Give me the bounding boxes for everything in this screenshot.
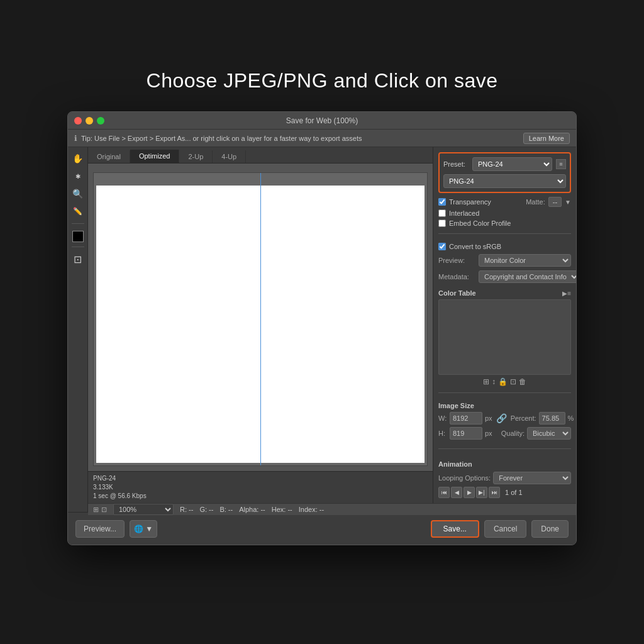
ct-icon-4[interactable]: ⊡ (510, 377, 516, 386)
section-divider-1 (438, 233, 571, 234)
status-alpha: Alpha: -- (239, 506, 265, 513)
anim-last-btn[interactable]: ⏭ (489, 487, 500, 498)
select-tool[interactable]: ✱ (70, 169, 86, 184)
canvas-divider (260, 173, 261, 465)
browser-button[interactable]: 🌐 ▼ (130, 520, 157, 538)
quality-select[interactable]: Bicubic Bilinear Nearest Neighbor (527, 427, 571, 440)
options-section: Transparency Matte: -- ▼ Interlaced (438, 197, 571, 227)
format-select[interactable]: PNG-24 JPEG PNG-8 GIF (443, 174, 566, 188)
embed-color-label: Embed Color Profile (449, 219, 511, 227)
preview-area: Original Optimized 2-Up 4-Up (88, 147, 433, 503)
metadata-dropdown-label: Metadata: (438, 273, 475, 280)
tab-original[interactable]: Original (88, 150, 130, 163)
interlaced-row: Interlaced (438, 209, 571, 217)
hand-tool[interactable]: ✋ (70, 151, 86, 166)
width-input[interactable] (450, 412, 482, 425)
tab-optimized[interactable]: Optimized (130, 150, 180, 163)
anim-next-btn[interactable]: ▶| (476, 487, 487, 498)
preview-dropdown-label: Preview: (438, 257, 475, 264)
ct-icon-2[interactable]: ↕ (492, 377, 496, 386)
metadata-dropdown-row: Metadata: Copyright and Contact Info Non… (438, 270, 571, 283)
anim-play-btn[interactable]: ▶ (464, 487, 475, 498)
embed-color-row: Embed Color Profile (438, 219, 571, 227)
ct-icon-1[interactable]: ⊞ (483, 377, 489, 386)
metadata-dropdown[interactable]: Copyright and Contact Info None Copyrigh… (479, 270, 576, 283)
color-table-title: Color Table (438, 289, 476, 297)
tip-text: Tip: Use File > Export > Export As... or… (81, 135, 519, 142)
window-title: Save for Web (100%) (286, 116, 358, 125)
slice-tool[interactable]: ⊡ (70, 252, 86, 267)
save-button[interactable]: Save... (431, 520, 479, 538)
zoom-select[interactable]: 100% 50% 200% Fit on Screen (113, 504, 174, 515)
status-bar: ⊞ ⊡ 100% 50% 200% Fit on Screen R: -- G:… (88, 503, 576, 515)
maximize-button[interactable] (97, 117, 104, 125)
learn-more-button[interactable]: Learn More (523, 133, 570, 144)
color-table-header: Color Table ▶≡ (438, 289, 571, 297)
color-table-icons: ⊞ ↕ 🔒 ⊡ 🗑 (438, 377, 571, 386)
matte-chevron[interactable]: ▼ (565, 199, 571, 206)
status-hex: Hex: -- (272, 506, 292, 513)
zoom-tool[interactable]: 🔍 (70, 186, 86, 201)
convert-srgb-label: Convert to sRGB (449, 243, 501, 250)
tab-4up[interactable]: 4-Up (213, 150, 246, 163)
looping-label: Looping Options: (438, 474, 491, 482)
interlaced-label: Interlaced (449, 209, 479, 217)
tool-separator-2 (72, 247, 84, 247)
close-button[interactable] (74, 117, 82, 125)
traffic-lights (74, 117, 104, 125)
transparency-checkbox[interactable] (438, 198, 446, 206)
looping-select[interactable]: Forever Once Other... (493, 472, 571, 484)
done-button[interactable]: Done (531, 520, 569, 538)
link-icon[interactable]: 🔗 (496, 413, 507, 423)
frame-icon: ⊞ (93, 506, 99, 514)
anim-first-btn[interactable]: ⏮ (438, 487, 450, 498)
preset-label: Preset: (443, 160, 469, 168)
tool-separator (72, 223, 84, 224)
cancel-button[interactable]: Cancel (484, 520, 526, 538)
convert-srgb-checkbox[interactable] (438, 243, 446, 250)
width-unit: px (485, 414, 492, 422)
bottom-bar: Preview... 🌐 ▼ Save... Cancel Done (68, 512, 576, 545)
format-row: PNG-24 JPEG PNG-8 GIF (443, 174, 566, 188)
height-input[interactable] (450, 427, 482, 440)
tab-2up[interactable]: 2-Up (179, 150, 213, 163)
tip-bar: ℹ Tip: Use File > Export > Export As... … (68, 130, 576, 147)
left-toolbar: ✋ ✱ 🔍 ✏️ ⊡ (68, 147, 88, 512)
minimize-button[interactable] (86, 117, 93, 125)
info-icon: ℹ (74, 134, 77, 143)
color-table-menu[interactable]: ▶≡ (562, 290, 571, 297)
width-label: W: (438, 414, 447, 422)
ct-icon-3[interactable]: 🔒 (498, 377, 508, 386)
anim-prev-btn[interactable]: ◀ (451, 487, 462, 498)
main-content: ✋ ✱ 🔍 ✏️ ⊡ Original Optimized 2-Up 4-Up (68, 147, 576, 512)
interlaced-checkbox[interactable] (438, 209, 446, 217)
animation-section: Animation Looping Options: Forever Once … (438, 458, 571, 498)
status-g: G: -- (199, 506, 213, 513)
slice-icon: ⊡ (101, 506, 107, 514)
height-unit: px (485, 430, 492, 437)
matte-label: Matte: (526, 198, 545, 206)
preset-menu-button[interactable]: ≡ (556, 159, 566, 169)
color-swatch[interactable] (72, 231, 84, 242)
image-size-title: Image Size (438, 402, 474, 409)
preview-tabs: Original Optimized 2-Up 4-Up (88, 147, 433, 164)
convert-srgb-row: Convert to sRGB (438, 243, 571, 250)
matte-value: -- (548, 197, 562, 207)
eyedropper-tool[interactable]: ✏️ (70, 204, 86, 219)
color-table-section: Color Table ▶≡ ⊞ ↕ 🔒 ⊡ 🗑 (438, 289, 571, 386)
animation-controls: ⏮ ◀ ▶ ▶| ⏭ 1 of 1 (438, 487, 571, 498)
preview-button[interactable]: Preview... (75, 520, 125, 538)
quality-label: Quality: (501, 430, 525, 437)
title-bar: Save for Web (100%) (68, 112, 576, 130)
page-title: Choose JPEG/PNG and Click on save (147, 69, 498, 92)
canvas-container (88, 164, 433, 471)
embed-color-checkbox[interactable] (438, 219, 446, 227)
status-index: Index: -- (299, 506, 324, 513)
preview-dropdown-row: Preview: Monitor Color Legacy Macintosh … (438, 254, 571, 267)
ct-icon-5[interactable]: 🗑 (519, 377, 526, 386)
preview-dropdown[interactable]: Monitor Color Legacy Macintosh Internet … (479, 254, 571, 267)
percent-input[interactable] (539, 412, 565, 425)
section-divider-2 (438, 392, 571, 393)
preset-select[interactable]: PNG-24 JPEG High JPEG Medium JPEG Low PN… (472, 157, 552, 171)
status-r: R: -- (180, 506, 193, 513)
